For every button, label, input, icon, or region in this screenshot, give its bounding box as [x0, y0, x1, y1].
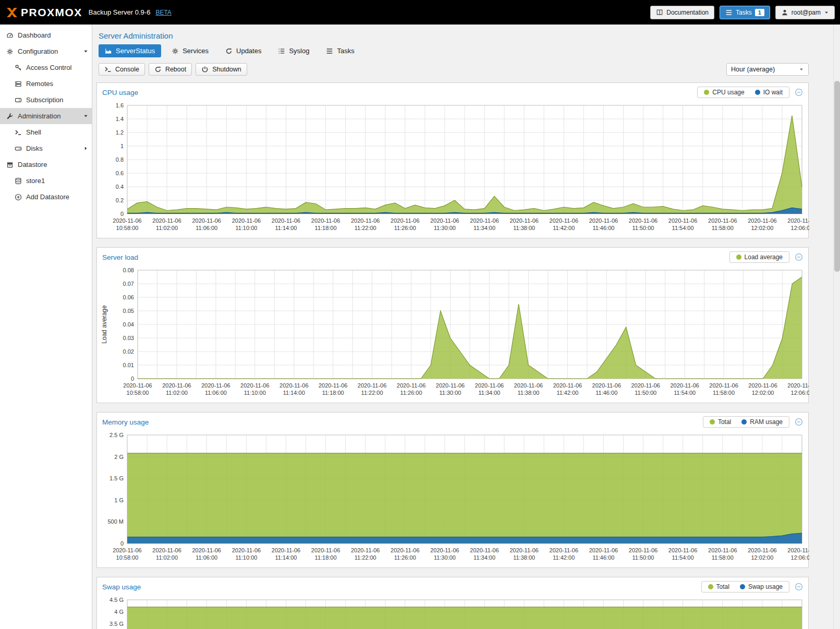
- charts-container: CPU usageCPU usageIO wait00.20.40.60.811…: [92, 82, 840, 629]
- svg-text:2020-11-06: 2020-11-06: [272, 547, 300, 553]
- collapse-panel-button[interactable]: [795, 88, 803, 96]
- scrollbar-thumb[interactable]: [834, 81, 840, 272]
- sidebar-item-subscription[interactable]: Subscription: [0, 92, 92, 108]
- svg-text:11:02:00: 11:02:00: [156, 225, 178, 231]
- user-menu-button[interactable]: root@pam: [775, 6, 835, 19]
- shutdown-button-label: Shutdown: [212, 66, 241, 73]
- tasks-button[interactable]: Tasks 1: [720, 6, 770, 19]
- panel-swap-usage: Swap usageTotalSwap usage0500 M1 G1.5 G2…: [96, 577, 809, 629]
- reboot-button[interactable]: Reboot: [149, 63, 192, 76]
- svg-text:2020-11-06: 2020-11-06: [475, 382, 504, 389]
- wrench-icon: [6, 113, 14, 120]
- sidebar-item-remotes[interactable]: Remotes: [0, 76, 92, 92]
- svg-text:0.02: 0.02: [123, 348, 134, 355]
- sidebar-item-add-datastore[interactable]: Add Datastore: [0, 189, 92, 205]
- svg-text:11:18:00: 11:18:00: [315, 225, 337, 231]
- svg-text:2020-11-06: 2020-11-06: [201, 382, 230, 389]
- chart-icon: [105, 47, 112, 55]
- tab-syslog[interactable]: Syslog: [272, 44, 315, 57]
- sidebar-item-shell[interactable]: Shell: [0, 124, 92, 140]
- svg-text:10:58:00: 10:58:00: [127, 390, 149, 396]
- list-icon: [278, 47, 285, 55]
- svg-text:11:54:00: 11:54:00: [674, 390, 696, 396]
- legend-label: Total: [716, 583, 729, 590]
- svg-text:11:42:00: 11:42:00: [556, 390, 578, 396]
- documentation-label: Documentation: [666, 9, 709, 16]
- svg-text:2020-11-06: 2020-11-06: [668, 217, 697, 224]
- legend-label: Total: [718, 418, 731, 426]
- legend-item: Swap usage: [740, 583, 783, 590]
- tab-services[interactable]: Services: [165, 44, 215, 57]
- chart-legend: CPU usageIO wait: [697, 87, 789, 98]
- svg-text:11:42:00: 11:42:00: [553, 225, 575, 231]
- tab-label: ServerStatus: [116, 47, 155, 55]
- sidebar-item-access-control[interactable]: Access Control: [0, 59, 92, 76]
- panel-server-load: Server loadLoad average00.010.020.030.04…: [96, 247, 809, 403]
- collapse-panel-button[interactable]: [795, 253, 803, 261]
- documentation-button[interactable]: Documentation: [650, 6, 714, 19]
- user-label: root@pam: [792, 9, 821, 16]
- legend-dot: [755, 90, 760, 95]
- svg-text:11:38:00: 11:38:00: [513, 225, 535, 231]
- tab-tasks[interactable]: Tasks: [320, 44, 360, 57]
- svg-text:11:14:00: 11:14:00: [283, 390, 305, 396]
- svg-text:2020-11-06: 2020-11-06: [787, 547, 809, 553]
- svg-text:11:10:00: 11:10:00: [235, 225, 257, 231]
- svg-text:2020-11-06: 2020-11-06: [162, 382, 191, 389]
- vertical-scrollbar[interactable]: [833, 25, 840, 629]
- svg-text:2020-11-06: 2020-11-06: [436, 382, 465, 389]
- power-icon: [201, 66, 209, 73]
- svg-text:11:02:00: 11:02:00: [156, 554, 178, 561]
- console-button[interactable]: Console: [99, 63, 145, 76]
- svg-text:0.07: 0.07: [123, 281, 134, 287]
- svg-text:11:02:00: 11:02:00: [166, 390, 188, 396]
- shutdown-button[interactable]: Shutdown: [196, 63, 247, 76]
- svg-text:2020-11-06: 2020-11-06: [351, 547, 380, 553]
- tasks-label: Tasks: [736, 9, 752, 16]
- tab-updates[interactable]: Updates: [219, 44, 267, 57]
- svg-text:0.03: 0.03: [123, 335, 134, 341]
- legend-dot: [736, 255, 741, 260]
- collapse-panel-button[interactable]: [795, 418, 803, 426]
- tab-serverstatus[interactable]: ServerStatus: [99, 44, 161, 57]
- sidebar-item-label: Datastore: [18, 161, 47, 168]
- panel-header: Memory usageTotalRAM usage: [97, 413, 808, 430]
- chevron-right-icon: [83, 146, 89, 151]
- panel-memory-usage: Memory usageTotalRAM usage0500 M1 G1.5 G…: [96, 412, 809, 568]
- top-bar: PROXMOX Backup Server 0.9-6 BETA Documen…: [0, 0, 840, 25]
- svg-text:0.4: 0.4: [116, 184, 124, 190]
- svg-text:11:46:00: 11:46:00: [595, 390, 617, 396]
- svg-text:2020-11-06: 2020-11-06: [391, 217, 419, 224]
- beta-link[interactable]: BETA: [155, 9, 171, 16]
- server-icon: [15, 80, 22, 88]
- legend-item: Load average: [736, 253, 783, 261]
- svg-text:2020-11-06: 2020-11-06: [509, 547, 538, 553]
- legend-dot: [740, 584, 745, 589]
- svg-text:11:58:00: 11:58:00: [713, 390, 735, 396]
- svg-text:11:46:00: 11:46:00: [592, 225, 614, 231]
- panel-header: CPU usageCPU usageIO wait: [97, 83, 808, 100]
- svg-text:11:14:00: 11:14:00: [275, 554, 297, 561]
- gears-icon: [6, 48, 14, 55]
- page-title: Server Administration: [92, 25, 840, 44]
- sidebar-item-configuration[interactable]: Configuration: [0, 43, 92, 59]
- time-range-select[interactable]: Hour (average): [726, 63, 809, 76]
- sidebar-item-disks[interactable]: Disks: [0, 140, 92, 156]
- svg-text:2020-11-06: 2020-11-06: [232, 217, 261, 224]
- collapse-panel-button[interactable]: [795, 583, 803, 591]
- sidebar-item-store1[interactable]: store1: [0, 173, 92, 189]
- sidebar-item-dashboard[interactable]: Dashboard: [0, 27, 92, 43]
- svg-text:11:34:00: 11:34:00: [473, 554, 495, 561]
- svg-text:2020-11-06: 2020-11-06: [272, 217, 300, 224]
- svg-text:2020-11-06: 2020-11-06: [319, 382, 347, 389]
- legend-label: IO wait: [763, 89, 783, 96]
- svg-text:4.5 G: 4.5 G: [109, 597, 124, 603]
- svg-text:11:18:00: 11:18:00: [315, 554, 337, 561]
- svg-text:10:58:00: 10:58:00: [116, 554, 139, 561]
- svg-text:11:22:00: 11:22:00: [355, 225, 376, 231]
- svg-text:2020-11-06: 2020-11-06: [550, 547, 578, 553]
- svg-text:10:58:00: 10:58:00: [116, 225, 139, 231]
- sidebar-item-datastore[interactable]: Datastore: [0, 156, 92, 173]
- svg-text:11:14:00: 11:14:00: [275, 225, 297, 231]
- sidebar-item-administration[interactable]: Administration: [0, 108, 92, 124]
